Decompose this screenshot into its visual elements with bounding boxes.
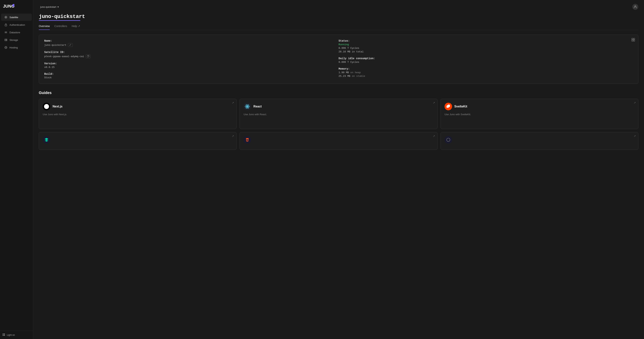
guide-link-icon: ↗ (433, 101, 435, 104)
hosting-icon (4, 46, 8, 49)
guide-header: React (244, 103, 433, 110)
card-menu-button[interactable] (631, 38, 635, 43)
svg-rect-25 (632, 40, 633, 41)
svg-point-28 (247, 106, 248, 107)
guide-desc-react: Use Juno with React. (244, 113, 433, 116)
satellite-id-label: Satellite ID: (44, 51, 339, 54)
sidebar-item-satellite[interactable]: Satellite (1, 14, 32, 21)
main-content: juno-quickstart ▾ juno-quickstart Overvi… (33, 0, 644, 339)
name-value: juno-quickstart (44, 44, 66, 47)
satellite-id-value: ptexk-gqaaa-aaaal-adymq-cai (44, 55, 84, 58)
name-field: Name: juno-quickstart (44, 39, 339, 47)
tabs: Overview Controllers Help ↗ (39, 25, 638, 30)
sidebar-item-storage[interactable]: Storage (1, 36, 32, 44)
theme-icon (2, 333, 5, 337)
topbar: juno-quickstart ▾ (39, 4, 638, 10)
auth-icon (4, 23, 8, 27)
svg-rect-18 (3, 333, 4, 334)
guide-link-icon: ↗ (232, 135, 234, 138)
satellite-icon (4, 16, 8, 19)
version-value: v0.0.15 (44, 66, 339, 69)
svg-point-14 (6, 40, 7, 41)
build-value: Stock (44, 76, 339, 79)
guide-link-icon: ↗ (232, 101, 234, 104)
svg-rect-21 (4, 335, 5, 336)
daily-idle-field: Daily idle consumption: 0.000 T Cycles (339, 57, 633, 64)
title-underline (39, 20, 80, 21)
guide-header-bottom-3 (444, 136, 634, 144)
guides-title: Guides (39, 91, 638, 95)
satellite-selector[interactable]: juno-quickstart ▾ (39, 5, 60, 9)
daily-idle-label: Daily idle consumption: (339, 57, 633, 60)
theme-label: Light on (7, 334, 15, 336)
guide-link-icon: ↗ (634, 135, 636, 138)
guide-link-icon: ↗ (433, 135, 435, 138)
svg-rect-19 (4, 333, 5, 334)
version-label: Version: (44, 62, 339, 65)
guide-header: SvelteKit (444, 103, 634, 110)
memory-heap-value: 1.90 MB (339, 71, 349, 74)
bottom-logo-3 (444, 136, 452, 144)
guide-card-bottom-2[interactable]: ↗ (240, 132, 437, 150)
bottom-logo-2 (244, 136, 251, 144)
memory-field: Memory: 1.90 MB on heap 25.23 MB on stab… (339, 67, 633, 78)
sidebar-nav: Satellite Authentication Datastore (0, 12, 33, 331)
sidebar-item-authentication[interactable]: Authentication (1, 21, 32, 28)
build-label: Build: (44, 73, 339, 76)
name-edit-button[interactable] (68, 43, 73, 47)
name-label: Name: (44, 39, 339, 42)
tab-help[interactable]: Help ↗ (72, 25, 80, 30)
sidebar-item-label: Datastore (10, 31, 20, 34)
logo: JUNO (0, 0, 33, 12)
svg-rect-27 (87, 56, 89, 57)
theme-toggle[interactable]: Light on (0, 331, 33, 339)
guide-name-sveltekit: SvelteKit (454, 105, 467, 108)
sidebar-item-label: Satellite (10, 16, 18, 19)
sidebar-item-datastore[interactable]: Datastore (1, 29, 32, 36)
user-avatar-button[interactable] (632, 4, 638, 10)
react-logo (244, 103, 251, 110)
total-value: 28.16 MB in total (339, 50, 633, 53)
daily-idle-value: 0.000 T Cycles (339, 61, 633, 64)
guide-name-react: React (253, 105, 262, 108)
storage-icon (4, 38, 8, 42)
bottom-logo-1 (43, 136, 50, 144)
guide-header: Next.js (43, 103, 232, 110)
guide-card-bottom-3[interactable]: ↗ (440, 132, 638, 150)
guide-card-sveltekit[interactable]: ↗ SvelteKit Use Juno with SvelteKit. (440, 99, 638, 129)
info-col-left: Name: juno-quickstart Satellite ID: ptex… (44, 39, 339, 79)
svg-rect-24 (634, 38, 635, 40)
memory-heap-label: on heap (350, 71, 361, 74)
guides-grid: ↗ Next.js Use Juno with Next.js. ↗ (39, 99, 638, 150)
version-field: Version: v0.0.15 (44, 62, 339, 69)
guide-name-nextjs: Next.js (52, 105, 62, 108)
info-col-right: Status: Running 0.996 T Cycles 28.16 MB … (339, 39, 633, 79)
dropdown-icon: ▾ (58, 6, 59, 8)
sidebar-item-label: Authentication (10, 24, 25, 26)
guide-card-bottom-1[interactable]: ↗ (39, 132, 236, 150)
tab-overview[interactable]: Overview (39, 25, 50, 30)
user-icon (634, 5, 637, 9)
svg-rect-23 (632, 38, 633, 40)
guide-desc-nextjs: Use Juno with Next.js. (43, 113, 232, 116)
guide-card-react[interactable]: ↗ React Use Juno with React. (240, 99, 437, 129)
guide-desc-sveltekit: Use Juno with SvelteKit. (444, 113, 634, 116)
svg-point-32 (446, 138, 450, 142)
memory-stable-label: on stable (352, 75, 365, 78)
sidebar-item-label: Hosting (10, 46, 18, 49)
guide-card-nextjs[interactable]: ↗ Next.js Use Juno with Next.js. (39, 99, 236, 129)
cycles-value: 0.996 T Cycles (339, 47, 633, 50)
svg-point-13 (6, 39, 7, 40)
page-title: juno-quickstart (39, 14, 638, 20)
datastore-icon (4, 31, 8, 34)
satellite-name: juno-quickstart (40, 6, 56, 8)
nextjs-logo (43, 103, 50, 110)
sidebar-item-hosting[interactable]: Hosting (1, 44, 32, 51)
guide-link-icon: ↗ (634, 101, 636, 104)
copy-id-button[interactable] (86, 55, 90, 58)
tab-controllers[interactable]: Controllers (54, 25, 67, 30)
memory-label: Memory: (339, 67, 633, 70)
svg-rect-26 (634, 40, 635, 41)
status-value: Running (339, 43, 633, 46)
info-card: Name: juno-quickstart Satellite ID: ptex… (39, 35, 638, 84)
